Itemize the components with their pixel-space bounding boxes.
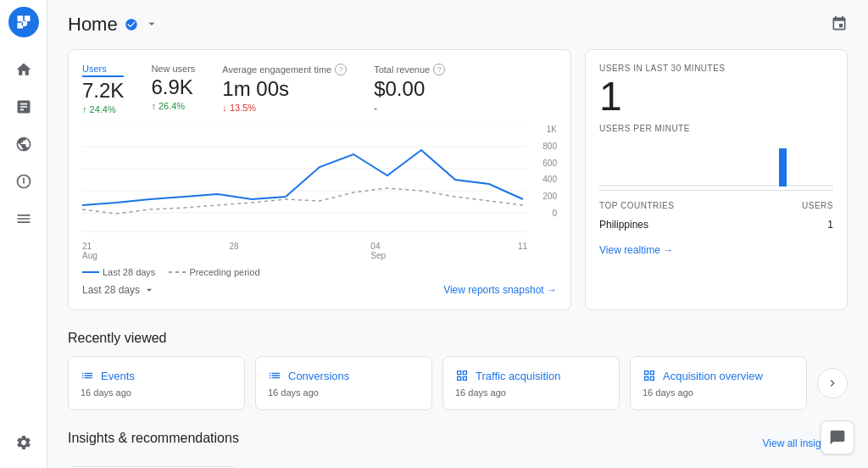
chart-y-labels: 1K8006004002000	[527, 125, 557, 218]
stat-revenue-change: -	[374, 103, 445, 113]
bar-9	[662, 185, 669, 187]
bar-17	[725, 185, 732, 187]
sidebar-item-settings[interactable]	[7, 426, 41, 460]
chart-legend: Last 28 days Preceding period	[82, 267, 557, 277]
country-count: 1	[827, 219, 833, 231]
revenue-info-icon[interactable]: ?	[433, 64, 445, 75]
recent-card-events-header: Events	[81, 369, 232, 382]
bar-30	[826, 185, 833, 187]
recently-viewed-next-arrow[interactable]	[817, 368, 848, 398]
chart-x-labels: 21Aug2804Sep11	[82, 242, 557, 260]
insights-section: Insights & recommendations View all insi…	[68, 431, 848, 468]
recent-card-acquisition-header: Acquisition overview	[643, 369, 794, 382]
engagement-info-icon[interactable]: ?	[335, 64, 347, 75]
recent-card-acquisition[interactable]: Acquisition overview 16 days ago	[630, 356, 807, 410]
conversions-icon	[268, 369, 281, 382]
stat-new-users: New users 6.9K ↑ 26.4%	[151, 64, 195, 114]
legend-current-label: Last 28 days	[103, 267, 155, 277]
bar-active	[779, 148, 786, 187]
realtime-footer: View realtime →	[599, 244, 833, 256]
recent-traffic-time: 16 days ago	[455, 387, 607, 398]
insights-header: Insights & recommendations View all insi…	[68, 431, 848, 456]
chart-svg	[82, 125, 557, 235]
pin-icon[interactable]	[831, 15, 848, 35]
recently-viewed-title: Recently viewed	[68, 331, 848, 346]
bar-26	[795, 185, 802, 187]
sidebar-bottom	[7, 424, 41, 461]
bar-21	[756, 185, 763, 187]
stat-engagement-change: ↓ 13.5%	[222, 103, 347, 113]
mini-bar-chart	[599, 140, 833, 191]
dashboard-grid: Users 7.2K ↑ 24.4% New users 6.9K ↑ 26.4…	[68, 49, 848, 310]
stat-users-change: ↑ 24.4%	[82, 104, 124, 114]
legend-current: Last 28 days	[82, 267, 155, 277]
stats-card-footer: Last 28 days View reports snapshot →	[82, 284, 557, 296]
stat-engagement-label: Average engagement time ?	[222, 64, 347, 75]
stat-users: Users 7.2K ↑ 24.4%	[82, 64, 124, 114]
recent-acquisition-name: Acquisition overview	[663, 370, 763, 382]
sidebar-item-advertising[interactable]	[7, 164, 41, 198]
recent-card-conversions-header: Conversions	[268, 369, 420, 382]
top-countries-label: TOP COUNTRIES	[599, 201, 674, 210]
legend-dashed-line	[169, 271, 186, 273]
sidebar	[0, 0, 47, 468]
recent-card-traffic[interactable]: Traffic acquisition 16 days ago	[442, 356, 620, 410]
traffic-icon	[455, 369, 469, 382]
date-range-selector[interactable]: Last 28 days	[82, 284, 155, 296]
view-realtime-link[interactable]: View realtime →	[599, 244, 833, 256]
stat-revenue: Total revenue ? $0.00 -	[374, 64, 445, 114]
bar-3	[615, 185, 621, 187]
bar-1	[599, 185, 606, 187]
bar-11	[677, 185, 684, 187]
insights-title: Insights & recommendations	[68, 431, 239, 446]
sidebar-item-home[interactable]	[7, 53, 41, 86]
recent-acquisition-time: 16 days ago	[643, 387, 794, 398]
recent-events-time: 16 days ago	[81, 387, 232, 398]
events-icon	[81, 369, 94, 382]
stat-engagement-value: 1m 00s	[222, 77, 347, 101]
country-row-philippines: Philippines 1	[599, 215, 833, 234]
bar-8	[654, 185, 661, 187]
users-column-label: USERS	[802, 201, 833, 210]
recent-card-events[interactable]: Events 16 days ago	[68, 356, 245, 410]
bar-18	[732, 185, 739, 187]
bar-27	[803, 185, 810, 187]
recent-events-name: Events	[101, 370, 135, 382]
bar-14	[701, 185, 708, 187]
sidebar-item-reports[interactable]	[7, 90, 41, 124]
users-per-minute-label: USERS PER MINUTE	[599, 124, 833, 133]
bar-6	[638, 185, 645, 187]
recent-card-conversions[interactable]: Conversions 16 days ago	[255, 356, 432, 410]
stats-chart-card: Users 7.2K ↑ 24.4% New users 6.9K ↑ 26.4…	[68, 49, 571, 310]
recent-traffic-name: Traffic acquisition	[476, 370, 560, 382]
main-content: Home Users 7.2K ↑ 24.4% New users	[47, 0, 868, 468]
bar-2	[607, 185, 614, 187]
chat-fab[interactable]	[821, 421, 854, 454]
title-dropdown-icon[interactable]	[145, 17, 159, 33]
view-snapshot-link[interactable]: View reports snapshot →	[443, 284, 557, 296]
bar-19	[740, 185, 747, 187]
sidebar-item-explore[interactable]	[7, 127, 41, 161]
recent-conversions-name: Conversions	[288, 370, 349, 382]
chat-icon	[829, 429, 846, 446]
stat-revenue-label: Total revenue ?	[374, 64, 445, 75]
bar-16	[717, 185, 724, 187]
realtime-value: 1	[599, 76, 833, 117]
bar-20	[748, 185, 754, 187]
app-logo[interactable]	[8, 7, 39, 37]
page-title-area: Home	[68, 14, 159, 36]
top-countries-header: TOP COUNTRIES USERS	[599, 201, 833, 210]
realtime-label: USERS IN LAST 30 MINUTES	[599, 64, 833, 73]
stat-new-users-label: New users	[151, 64, 195, 74]
stat-users-value: 7.2K	[82, 79, 124, 103]
stat-users-label: Users	[82, 64, 124, 77]
bar-25	[787, 185, 794, 187]
page-title: Home	[68, 14, 118, 36]
recent-conversions-time: 16 days ago	[268, 387, 420, 398]
stats-row: Users 7.2K ↑ 24.4% New users 6.9K ↑ 26.4…	[82, 64, 557, 114]
bar-4	[623, 185, 630, 187]
sidebar-item-menu[interactable]	[7, 202, 41, 236]
title-status-badge	[125, 18, 138, 31]
stat-new-users-change: ↑ 26.4%	[151, 101, 195, 111]
bar-15	[709, 185, 715, 187]
